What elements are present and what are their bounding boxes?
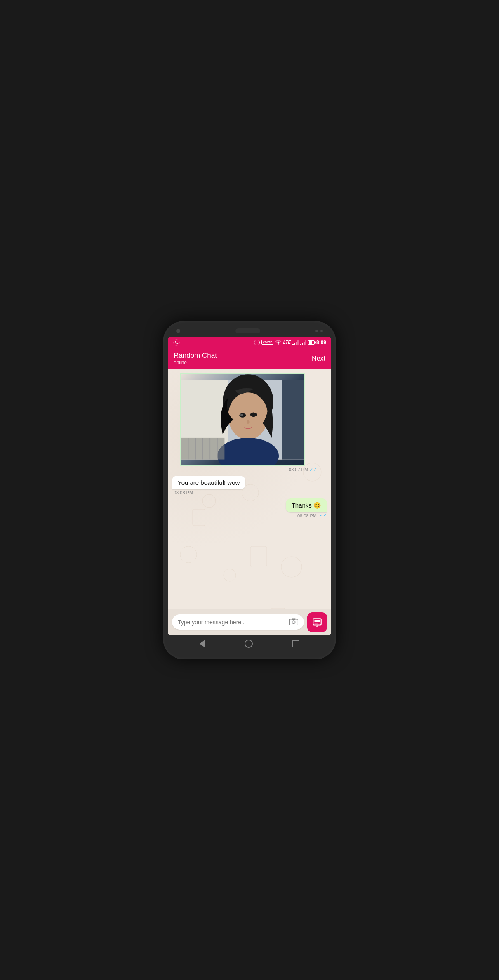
back-icon xyxy=(200,640,205,648)
status-time: 8:09 xyxy=(316,340,326,345)
sensor-dot-2 xyxy=(320,330,323,332)
send-button[interactable] xyxy=(307,612,327,632)
camera-button[interactable] xyxy=(289,618,298,626)
sent-check-marks: ✓✓ xyxy=(320,512,327,518)
svg-rect-18 xyxy=(289,619,298,625)
whatsapp-icon xyxy=(173,339,180,346)
send-icon xyxy=(312,617,322,628)
camera-icon xyxy=(289,618,298,625)
home-button[interactable] xyxy=(245,640,253,648)
phone-screen: VOLTE LTE xyxy=(168,337,331,635)
status-bar: VOLTE LTE xyxy=(168,337,331,348)
recents-icon xyxy=(292,640,299,647)
message-input[interactable] xyxy=(178,619,289,626)
profile-photo-svg xyxy=(181,374,304,465)
input-area xyxy=(168,609,331,635)
svg-point-9 xyxy=(250,412,257,417)
profile-image xyxy=(181,374,304,465)
sent-time: 08:08 PM xyxy=(297,513,317,518)
bubble-sent: Thanks 😊 xyxy=(286,498,327,512)
signal-bars-2 xyxy=(300,340,306,345)
photo-timestamp: 08:07 PM ✓✓ xyxy=(180,466,319,473)
received-time: 08:08 PM xyxy=(174,490,193,495)
phone-top-hardware xyxy=(168,328,331,337)
phone-bottom-bar xyxy=(168,635,331,652)
message-sent: Thanks 😊 08:08 PM ✓✓ xyxy=(172,498,327,518)
phone-device: VOLTE LTE xyxy=(163,321,336,659)
battery-icon xyxy=(308,340,315,345)
home-icon xyxy=(245,640,253,648)
received-text: You are beautiful! wow xyxy=(178,479,240,486)
svg-rect-17 xyxy=(282,380,304,459)
sensors xyxy=(315,330,323,332)
back-button[interactable] xyxy=(200,640,205,648)
status-bar-right: VOLTE LTE xyxy=(254,340,326,345)
svg-rect-20 xyxy=(292,618,295,620)
svg-point-19 xyxy=(292,621,295,623)
message-input-wrapper[interactable] xyxy=(172,614,304,630)
wifi-icon xyxy=(275,340,282,345)
volte-badge: VOLTE xyxy=(261,340,273,345)
check-marks: ✓✓ xyxy=(309,467,317,472)
svg-point-10 xyxy=(240,413,243,416)
signal-bars xyxy=(292,340,299,345)
lte-icon: LTE xyxy=(283,340,291,345)
front-camera xyxy=(176,329,180,333)
message-received: You are beautiful! wow 08:08 PM xyxy=(172,476,327,495)
app-bar-left: Random Chat online xyxy=(174,352,217,366)
bubble-received: You are beautiful! wow xyxy=(172,476,245,489)
sensor-dot-1 xyxy=(315,330,318,332)
profile-image-wrapper xyxy=(180,373,306,466)
photo-message: 08:07 PM ✓✓ xyxy=(172,373,327,473)
clock-icon xyxy=(254,340,260,345)
speaker-grill xyxy=(235,328,260,333)
next-button[interactable]: Next xyxy=(312,355,325,362)
chat-title: Random Chat xyxy=(174,352,217,360)
chat-status: online xyxy=(174,360,217,366)
status-bar-left xyxy=(173,339,180,346)
app-bar: Random Chat online Next xyxy=(168,348,331,369)
sent-text: Thanks 😊 xyxy=(292,502,321,509)
chat-area: 08:07 PM ✓✓ You are beautiful! wow 08:08… xyxy=(168,369,331,609)
recents-button[interactable] xyxy=(292,640,299,647)
